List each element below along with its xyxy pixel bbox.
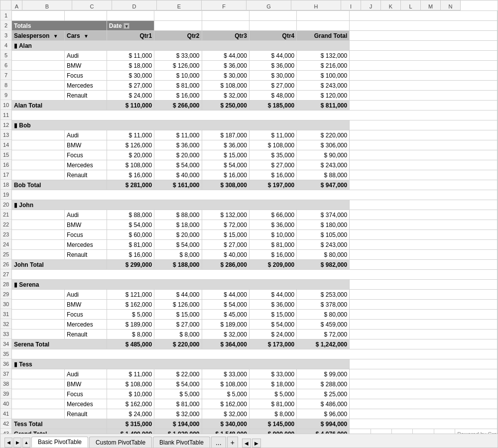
- john-collapse-icon[interactable]: ▮ John: [14, 202, 33, 209]
- row-num-42: 42: [0, 419, 11, 429]
- cell-f8: $ 108,000: [202, 81, 249, 91]
- cell-alan-group: ▮ Alan: [12, 41, 350, 51]
- tab-basic-pivot[interactable]: Basic PivotTable: [31, 437, 88, 448]
- cell-alan-total-q4: $ 185,000: [249, 101, 296, 111]
- row-num-43: 43: [0, 429, 11, 434]
- cell-c6: BMW: [64, 61, 107, 71]
- row-18-empty: [12, 190, 498, 200]
- serena-collapse-icon[interactable]: ▮ Serena: [14, 281, 39, 288]
- row-9: Renault $ 24,000 $ 16,000 $ 32,000 $ 48,…: [12, 91, 498, 101]
- cell-b1: [12, 11, 65, 21]
- row-35: Focus $ 10,000 $ 5,000 $ 5,000 $ 5,000 $…: [12, 389, 498, 399]
- row-22: Mercedes $ 81,000 $ 54,000 $ 27,000 $ 81…: [12, 240, 498, 250]
- tabs-bar: ◀ ▶ ▲ Basic PivotTable Custom PivotTable…: [0, 434, 498, 448]
- row-num-36: 36: [0, 359, 11, 369]
- cell-b6: [12, 61, 65, 71]
- tab-nav-left[interactable]: ◀: [4, 438, 12, 448]
- cell-d6: $ 18,000: [107, 61, 154, 71]
- row-32-empty: [12, 349, 498, 359]
- cell-e1: [154, 11, 202, 21]
- row-num-9: 9: [0, 90, 11, 100]
- cell-e8: $ 81,000: [154, 81, 202, 91]
- cell-grand-total-label: Grand Total: [12, 429, 107, 434]
- cell-e6: $ 126,000: [154, 61, 202, 71]
- row-38: Tess Total $ 315,000 $ 194,000 $ 340,000…: [12, 419, 498, 429]
- cell-serena-total-label: Serena Total: [12, 339, 107, 349]
- col-header-d: D: [112, 0, 157, 10]
- row-john: ▮ John: [12, 200, 498, 210]
- bob-collapse-icon[interactable]: ▮ Bob: [14, 122, 31, 129]
- row-bob: ▮ Bob: [12, 120, 498, 130]
- cell-g9: $ 48,000: [249, 91, 296, 101]
- sheet-scroll-left[interactable]: ◀: [242, 439, 251, 448]
- tab-nav-right[interactable]: ▶: [13, 438, 21, 448]
- row-28: Focus $ 5,000 $ 15,000 $ 45,000 $ 15,000…: [12, 310, 498, 320]
- app-container: A B C D E F G H I J K L M N 1 2 3 4 5 6 …: [0, 0, 498, 448]
- cell-h7: $ 100,000: [297, 71, 350, 81]
- cell-c5: Audi: [64, 51, 107, 61]
- cell-f9: $ 32,000: [202, 91, 249, 101]
- row-1: [12, 11, 498, 21]
- cell-qtr4-header: Qtr4: [249, 31, 296, 41]
- tab-nav-up[interactable]: ▲: [22, 438, 30, 448]
- row-15: Mercedes $ 108,000 $ 54,000 $ 54,000 $ 2…: [12, 160, 498, 170]
- cell-g7: $ 30,000: [249, 71, 296, 81]
- tess-collapse-icon[interactable]: ▮ Tess: [14, 361, 32, 368]
- data-area: 1 2 3 4 5 6 7 8 9 10 11 12 13 14 15 16 1…: [0, 10, 498, 434]
- salesperson-filter-icon[interactable]: ▼: [53, 33, 58, 39]
- cars-filter-icon[interactable]: ▼: [84, 33, 89, 39]
- cell-g8: $ 27,000: [249, 81, 296, 91]
- row-num-1: 1: [0, 10, 11, 20]
- row-num-25: 25: [0, 249, 11, 259]
- row-num-33: 33: [0, 329, 11, 339]
- row-num-15: 15: [0, 150, 11, 160]
- cell-f5: $ 44,000: [202, 51, 249, 61]
- row-num-13: 13: [0, 130, 11, 140]
- row-5: Audi $ 11,000 $ 33,000 $ 44,000 $ 44,000…: [12, 51, 498, 61]
- row-12: Audi $ 11,000 $ 11,000 $ 187,000 $ 11,00…: [12, 130, 498, 140]
- row-num-26: 26: [0, 259, 11, 269]
- row-3: Salesperson ▼ Cars ▼ Qtr1 Qtr2 Qtr3 Qtr4…: [12, 31, 498, 41]
- row-36: Mercedes $ 162,000 $ 81,000 $ 162,000 $ …: [12, 399, 498, 409]
- col-header-j: J: [361, 0, 381, 10]
- cell-c1: [64, 11, 107, 21]
- row-num-23: 23: [0, 229, 11, 239]
- row-20: BMW $ 54,000 $ 18,000 $ 72,000 $ 36,000 …: [12, 220, 498, 230]
- cell-tess-group: ▮ Tess: [12, 359, 350, 369]
- sheet-scroll-right[interactable]: ▶: [252, 439, 261, 448]
- cell-f7: $ 30,000: [202, 71, 249, 81]
- row-num-21: 21: [0, 210, 11, 220]
- col-header-g: G: [247, 0, 291, 10]
- tab-more-button[interactable]: ...: [211, 437, 226, 448]
- cell-h1: [297, 11, 350, 21]
- tab-custom-pivot[interactable]: Custom PivotTable: [89, 437, 152, 448]
- col-header-i: I: [341, 0, 361, 10]
- col-header-h: H: [291, 0, 341, 10]
- row-num-29: 29: [0, 289, 11, 299]
- cell-john-total-label: John Total: [12, 260, 107, 270]
- row-33: Audi $ 11,000 $ 22,000 $ 33,000 $ 33,000…: [12, 369, 498, 379]
- tab-custom-label: Custom PivotTable: [96, 439, 145, 446]
- alan-collapse-icon[interactable]: ▮ Alan: [14, 42, 32, 49]
- cell-date-label: Date ▼: [107, 21, 154, 31]
- row-6: BMW $ 18,000 $ 126,000 $ 36,000 $ 36,000…: [12, 61, 498, 71]
- row-16: Renault $ 16,000 $ 40,000 $ 16,000 $ 16,…: [12, 170, 498, 180]
- row-num-11: 11: [0, 110, 11, 120]
- cell-alan-total-grand: $ 811,000: [297, 101, 350, 111]
- tab-blank-pivot[interactable]: Blank PivotTable: [153, 437, 210, 448]
- row-num-30: 30: [0, 299, 11, 309]
- tab-basic-label: Basic PivotTable: [38, 439, 82, 446]
- cell-totals: Totals: [12, 21, 107, 31]
- cell-e2: [154, 21, 202, 31]
- row-num-4: 4: [0, 40, 11, 50]
- row-37: Renault $ 24,000 $ 32,000 $ 32,000 $ 8,0…: [12, 409, 498, 419]
- row-26: Audi $ 121,000 $ 44,000 $ 44,000 $ 44,00…: [12, 290, 498, 300]
- row-11: [12, 111, 498, 120]
- cell-qtr3-header: Qtr3: [202, 31, 249, 41]
- row-num-7: 7: [0, 70, 11, 80]
- row-29: Mercedes $ 189,000 $ 27,000 $ 189,000 $ …: [12, 320, 498, 330]
- row-num-22: 22: [0, 220, 11, 229]
- tab-add-button[interactable]: +: [227, 437, 238, 448]
- row-num-19: 19: [0, 190, 11, 200]
- col-header-c: C: [72, 0, 112, 10]
